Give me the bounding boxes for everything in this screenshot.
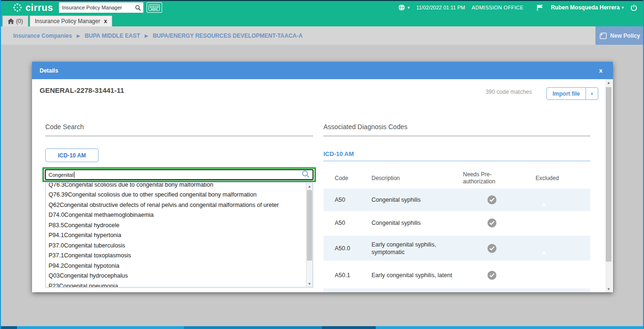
window-top-edge (0, 0, 644, 1)
power-icon[interactable] (630, 4, 637, 11)
cell-description: Early congenital syphilis, latent (372, 271, 453, 279)
new-policy-label: New Policy (610, 33, 640, 39)
window-left-edge (0, 0, 1, 329)
flag-icon[interactable] (537, 4, 544, 11)
preauth-check-icon (487, 196, 496, 205)
code-result-item[interactable]: Q62Congenital obstructive defects of ren… (46, 200, 306, 210)
column-code: Code (335, 175, 348, 181)
code-result-item[interactable]: P23Congenital pneumonia (46, 281, 306, 288)
global-search-button[interactable] (133, 2, 143, 13)
result-code: P94.2 (49, 263, 64, 269)
code-result-item[interactable]: P83.5Congenital hydrocele (46, 220, 306, 230)
breadcrumb-arrow-icon: ▶ (77, 33, 80, 38)
breadcrumb-bupa-middle-east[interactable]: BUPA MIDDLE EAST (85, 33, 140, 39)
result-code: P94.1 (49, 232, 64, 239)
tab-close-icon[interactable]: x (104, 18, 107, 25)
preauth-check-icon (487, 244, 496, 253)
top-bar: cirrus ▾ (0, 0, 644, 15)
code-matches-label: 390 code matches (486, 89, 532, 95)
import-file-button[interactable]: Import file ▾ (546, 87, 598, 100)
result-code: P37.0 (49, 242, 64, 249)
language-selector[interactable]: ▾ (398, 4, 410, 11)
result-code: Q76.39 (49, 191, 68, 198)
scroll-down-icon[interactable]: ▼ (605, 286, 612, 292)
code-result-item[interactable]: P37.0Congenital tuberculosis (46, 240, 306, 251)
code-result-item[interactable]: Q03Congenital hydrocephalus (46, 271, 306, 281)
window-bottom-edge (0, 326, 644, 329)
result-code: P83.5 (49, 222, 64, 229)
chevron-down-icon: ▾ (407, 6, 410, 10)
result-desc: Congenital hypotonia (64, 263, 119, 269)
close-icon[interactable]: x (599, 67, 603, 74)
office-label: ADMISSION OFFICE (472, 5, 524, 10)
modal-header: Details x (32, 62, 613, 79)
code-result-item[interactable]: P37.1Congenital toxoplasmosis (46, 251, 306, 261)
tab-home-count: (0) (16, 18, 23, 25)
result-code: Q03 (49, 272, 60, 279)
cell-code: A50.1 (335, 272, 350, 279)
cell-code: A50 (335, 197, 345, 203)
result-desc: Congenital scoliosis due to congenital b… (65, 182, 213, 188)
table-row[interactable]: A50 Congenital syphilis (323, 211, 590, 234)
scroll-down-icon[interactable]: ▼ (306, 280, 313, 287)
result-desc: Congenital tuberculosis (64, 242, 125, 249)
cell-description: Congenital syphilis (372, 196, 453, 204)
global-search-input[interactable] (59, 2, 133, 13)
code-result-item[interactable]: P94.2Congenital hypotonia (46, 261, 306, 271)
scrollbar-thumb[interactable] (307, 190, 312, 261)
code-result-item[interactable]: Q76.39Congenital scoliosis due to other … (46, 190, 306, 200)
result-code: D74.0 (49, 212, 64, 218)
user-name-label: Ruben Mosqueda Herrera (551, 4, 619, 11)
code-search-input[interactable]: Congenital (45, 169, 314, 180)
tab-insurance-policy-manager[interactable]: Insurance Policy Manager x (30, 16, 112, 26)
policy-code-title: GENERAL-2278-31441-11 (40, 86, 124, 94)
new-policy-icon (599, 32, 607, 40)
breadcrumb-bar: Insurance Companies ▶ BUPA MIDDLE EAST ▶… (0, 26, 644, 45)
result-desc: Congenital hypertonia (64, 232, 122, 239)
modal-title: Details (40, 67, 58, 74)
code-result-item[interactable]: P94.1Congenital hypertonia (46, 230, 306, 241)
import-dropdown-caret-icon[interactable]: ▾ (586, 88, 598, 99)
table-row-partial (323, 288, 590, 292)
breadcrumb-insurance-companies[interactable]: Insurance Companies (13, 33, 72, 39)
column-description: Description (372, 175, 400, 181)
scrollbar-thumb[interactable] (606, 87, 611, 262)
modal-scrollbar[interactable]: ▲ ▼ (605, 79, 612, 292)
result-desc: Congenital obstructive defects of renal … (60, 202, 279, 208)
search-icon (135, 5, 141, 11)
virtual-keyboard-button[interactable] (147, 2, 162, 13)
app-window: cirrus ▾ (0, 0, 644, 329)
code-result-item[interactable]: Q76.3Congenital scoliosis due to congeni… (46, 182, 306, 190)
user-menu[interactable]: Ruben Mosqueda Herrera ▾ (551, 4, 624, 11)
search-icon[interactable] (302, 170, 310, 179)
result-desc: Congenital methaemoglobinaemia (64, 212, 154, 218)
table-row[interactable]: A50 Congenital syphilis (323, 189, 590, 211)
breadcrumb-bupa-energy[interactable]: BUPA/ENERGY RESOURCES DEVELOPMENT-TAACA-… (153, 33, 303, 39)
results-scrollbar[interactable]: ▲ ▼ (306, 183, 313, 287)
code-search-divider (45, 136, 313, 136)
table-row[interactable]: A50.1 Early congenital syphilis, latent (323, 262, 590, 288)
scroll-up-icon[interactable]: ▲ (605, 79, 612, 86)
datetime-label: 11/02/2022 01:11 PM (416, 5, 465, 10)
diagnosis-table-header: Code Description Needs Pre-authorization… (323, 169, 590, 187)
code-search-value: Congenital (49, 172, 74, 178)
tab-home[interactable]: (0) (2, 16, 28, 26)
import-file-label[interactable]: Import file (547, 88, 586, 99)
icd10am-tab-button[interactable]: ICD-10 AM (45, 148, 99, 162)
result-desc: Congenital scoliosis due to other specif… (68, 191, 256, 198)
cell-code: A50 (335, 220, 345, 226)
cell-code: A50.0 (335, 245, 350, 252)
preauth-check-icon (487, 271, 496, 280)
tab-bar: (0) Insurance Policy Manager x (0, 15, 644, 26)
globe-icon (398, 4, 405, 11)
tab-label: Insurance Policy Manager (35, 18, 100, 25)
new-policy-button[interactable]: New Policy (595, 26, 644, 45)
details-modal: Details x GENERAL-2278-31441-11 390 code… (32, 62, 613, 292)
associated-codes-divider (323, 136, 590, 136)
home-icon (8, 18, 14, 24)
cell-description: Congenital syphilis (372, 219, 453, 226)
table-row[interactable]: A50.0 Early congenital syphilis, symptom… (323, 236, 590, 261)
code-result-item[interactable]: D74.0Congenital methaemoglobinaemia (46, 210, 306, 221)
app-logo-text: cirrus (25, 2, 53, 13)
scroll-up-icon[interactable]: ▲ (306, 183, 313, 189)
